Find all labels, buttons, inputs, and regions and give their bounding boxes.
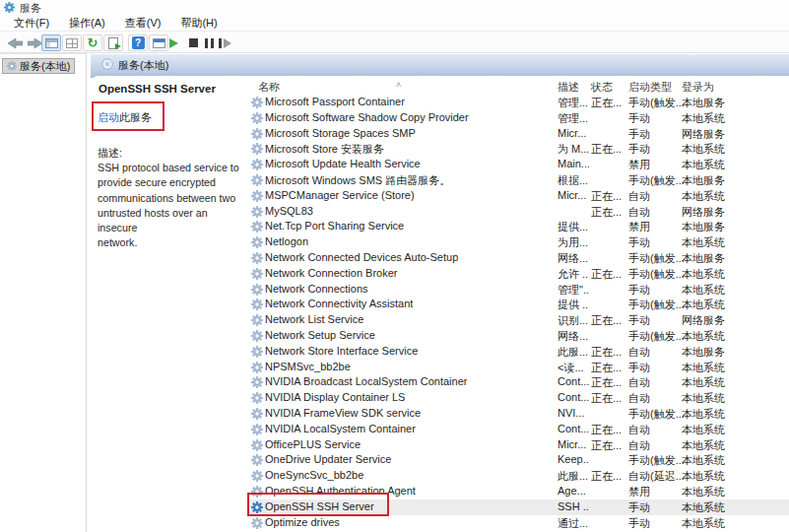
service-gear-icon bbox=[251, 314, 263, 326]
table-row[interactable]: Microsoft Windows SMS 路由器服务。根据...手动(触发..… bbox=[248, 172, 789, 188]
column-header-status[interactable]: 状态 bbox=[591, 80, 613, 95]
table-row[interactable]: NPSMSvc_bb2be<读...正在...手动本地系统 bbox=[248, 360, 789, 375]
menu-action[interactable]: 操作(A) bbox=[59, 16, 115, 31]
service-gear-icon bbox=[251, 517, 263, 529]
table-row[interactable]: NVIDIA LocalSystem ContainerCont...正在...… bbox=[248, 422, 789, 437]
service-status: 正在... bbox=[591, 189, 622, 204]
service-status: 正在... bbox=[591, 375, 622, 390]
sidebar-item-services-local[interactable]: 服务(本地) bbox=[2, 58, 75, 74]
service-name: MSPCManager Service (Store) bbox=[265, 189, 415, 201]
service-startup-type: 自动 bbox=[628, 345, 650, 360]
menu-bar: 文件(F) 操作(A) 查看(V) 帮助(H) bbox=[0, 15, 789, 31]
table-row[interactable]: MSPCManager Service (Store)Micr...正在...自… bbox=[248, 188, 789, 204]
menu-file[interactable]: 文件(F) bbox=[4, 16, 59, 31]
table-header: 名称 ˄ 描述 状态 启动类型 登录为 bbox=[248, 79, 789, 95]
service-name: NVIDIA Display Container LS bbox=[265, 391, 405, 403]
menu-view[interactable]: 查看(V) bbox=[115, 16, 171, 31]
restart-icon bbox=[219, 38, 231, 48]
service-description-cell: Cont... bbox=[558, 375, 589, 387]
service-description-cell: 为 M... bbox=[558, 142, 589, 157]
service-startup-type: 手动(触发... bbox=[628, 453, 685, 468]
table-row[interactable]: Optimize drives通过...手动本地系统 bbox=[248, 515, 789, 531]
table-row[interactable]: Network Connections管理"...手动本地系统 bbox=[248, 282, 789, 298]
service-logon-as: 本地系统 bbox=[682, 516, 725, 531]
service-description-cell: 网络... bbox=[558, 251, 588, 266]
service-startup-type: 禁用 bbox=[628, 485, 650, 499]
table-row[interactable]: Netlogon为用...手动本地系统 bbox=[248, 234, 789, 250]
service-logon-as: 本地系统 bbox=[682, 189, 725, 204]
help-button[interactable]: ? bbox=[128, 34, 148, 51]
service-startup-type: 手动 bbox=[628, 283, 650, 298]
service-startup-type: 手动(触发... bbox=[628, 298, 685, 312]
service-name: Net.Tcp Port Sharing Service bbox=[265, 220, 404, 232]
refresh-icon: ↻ bbox=[88, 36, 99, 49]
console-tree-icon bbox=[45, 38, 58, 48]
menu-help[interactable]: 帮助(H) bbox=[170, 16, 227, 31]
service-logon-as: 本地系统 bbox=[682, 329, 725, 344]
window-title: 服务 bbox=[20, 1, 41, 16]
forward-icon bbox=[28, 37, 42, 49]
table-row[interactable]: NVIDIA Broadcast LocalSystem ContainerCo… bbox=[248, 374, 789, 390]
column-header-description[interactable]: 描述 bbox=[558, 80, 579, 95]
extended-tab-label[interactable]: 服务(本地) bbox=[118, 58, 168, 73]
table-row[interactable]: NVIDIA Display Container LSCont...正在...自… bbox=[248, 390, 789, 406]
service-name: Network Connectivity Assistant bbox=[265, 298, 413, 309]
service-status: 正在... bbox=[591, 423, 622, 437]
service-description-cell: 此服... bbox=[558, 345, 588, 360]
table-row[interactable]: Network List Service识别...正在...手动网络服务 bbox=[248, 312, 789, 328]
start-service-button[interactable] bbox=[164, 34, 183, 51]
service-status: 正在... bbox=[591, 391, 622, 406]
service-logon-as: 本地系统 bbox=[682, 423, 725, 437]
refresh-button[interactable]: ↻ bbox=[83, 34, 102, 51]
service-gear-icon bbox=[251, 330, 263, 342]
column-header-name[interactable]: 名称 bbox=[258, 80, 280, 95]
export-list-button[interactable] bbox=[103, 34, 123, 51]
service-description-cell: SSH ... bbox=[558, 500, 589, 512]
service-gear-icon bbox=[251, 284, 263, 296]
table-row[interactable]: Network Setup Service网络...手动(触发...本地系统 bbox=[248, 328, 789, 344]
service-gear-icon bbox=[251, 376, 263, 388]
sort-ascending-icon: ˄ bbox=[396, 80, 401, 90]
service-logon-as: 本地服务 bbox=[682, 96, 725, 110]
service-description-cell: Micr... bbox=[558, 127, 586, 139]
service-logon-as: 本地系统 bbox=[682, 438, 725, 453]
toolbar: ↻ ? bbox=[0, 31, 789, 53]
service-gear-icon bbox=[251, 190, 263, 202]
table-row[interactable]: Net.Tcp Port Sharing Service提供...禁用本地服务 bbox=[248, 219, 789, 234]
table-row[interactable]: OfficePLUS ServiceMicr...正在...自动本地系统 bbox=[248, 437, 789, 453]
service-gear-icon bbox=[251, 362, 263, 373]
table-row[interactable]: Network Store Interface Service此服...正在..… bbox=[248, 344, 789, 360]
service-status: 正在... bbox=[591, 345, 622, 360]
service-name: OneSyncSvc_bb2be bbox=[265, 469, 363, 481]
service-description: SSH protocol based service to provide se… bbox=[98, 161, 247, 251]
service-name: Microsoft Store 安装服务 bbox=[265, 142, 384, 157]
table-row[interactable]: Microsoft Store 安装服务为 M...正在...手动本地系统 bbox=[248, 141, 789, 157]
table-row[interactable]: Network Connection Broker允许 ...正在...手动(触… bbox=[248, 266, 789, 282]
table-row[interactable]: Microsoft Software Shadow Copy Provider管… bbox=[248, 110, 789, 126]
service-status: 正在... bbox=[591, 205, 622, 220]
service-startup-type: 手动(触发... bbox=[628, 329, 685, 344]
service-description-cell: 管理"... bbox=[558, 283, 589, 298]
service-name: Network Connections bbox=[265, 283, 368, 295]
service-logon-as: 本地系统 bbox=[682, 500, 725, 515]
column-header-logon-as[interactable]: 登录为 bbox=[682, 80, 714, 95]
table-row[interactable]: OneSyncSvc_bb2be此服...正在...自动(延迟...本地系统 bbox=[248, 468, 789, 484]
back-button[interactable] bbox=[5, 34, 25, 51]
restart-service-button[interactable] bbox=[215, 34, 234, 51]
table-row[interactable]: NVIDIA FrameView SDK serviceNVI...手动(触发.… bbox=[248, 406, 789, 422]
service-logon-as: 本地系统 bbox=[682, 469, 725, 484]
service-startup-type: 自动 bbox=[628, 189, 650, 204]
table-row[interactable]: Network Connected Devices Auto-Setup网络..… bbox=[248, 250, 789, 266]
service-logon-as: 本地服务 bbox=[682, 220, 725, 234]
service-logon-as: 本地系统 bbox=[682, 298, 725, 312]
table-row[interactable]: Network Connectivity Assistant提供 ...手动(触… bbox=[248, 297, 789, 312]
table-row[interactable]: MySQL83正在...自动网络服务 bbox=[248, 204, 789, 220]
column-header-startup-type[interactable]: 启动类型 bbox=[628, 80, 672, 95]
show-console-tree-button[interactable] bbox=[41, 34, 61, 51]
export-list-grid-button[interactable] bbox=[62, 34, 82, 51]
table-row[interactable]: OneDrive Updater ServiceKeep...手动(触发...本… bbox=[248, 452, 789, 468]
table-row[interactable]: Microsoft Storage Spaces SMPMicr...手动网络服… bbox=[248, 126, 789, 142]
service-gear-icon bbox=[251, 159, 263, 170]
table-row[interactable]: Microsoft Passport Container管理...正在...手动… bbox=[248, 95, 789, 110]
table-row[interactable]: Microsoft Update Health ServiceMain...禁用… bbox=[248, 157, 789, 172]
